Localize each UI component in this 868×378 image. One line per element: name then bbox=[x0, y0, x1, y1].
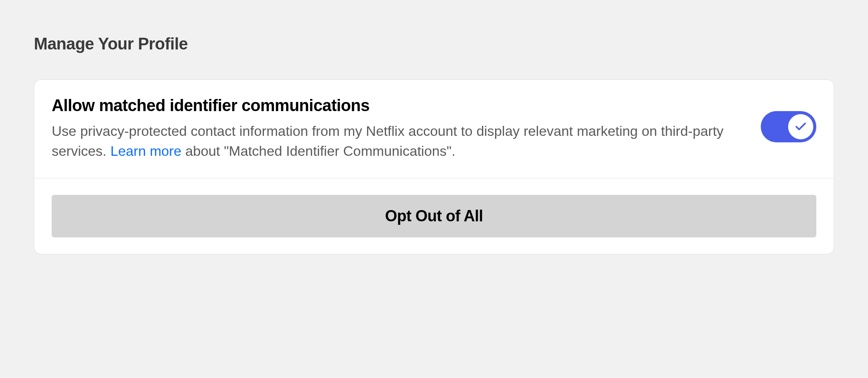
opt-out-all-button[interactable]: Opt Out of All bbox=[52, 195, 816, 237]
toggle-knob bbox=[788, 114, 813, 139]
setting-row: Allow matched identifier communications … bbox=[34, 80, 834, 178]
settings-card: Allow matched identifier communications … bbox=[34, 79, 834, 254]
matched-identifier-toggle[interactable] bbox=[761, 111, 816, 142]
toggle-wrapper bbox=[761, 96, 816, 142]
button-section: Opt Out of All bbox=[34, 178, 834, 254]
checkmark-icon bbox=[794, 120, 807, 133]
setting-description-after: about "Matched Identifier Communications… bbox=[182, 143, 455, 159]
setting-text-block: Allow matched identifier communications … bbox=[52, 96, 735, 161]
learn-more-link[interactable]: Learn more bbox=[110, 143, 182, 159]
page-title: Manage Your Profile bbox=[34, 35, 834, 53]
setting-description: Use privacy-protected contact informatio… bbox=[52, 121, 735, 161]
setting-heading: Allow matched identifier communications bbox=[52, 96, 735, 115]
